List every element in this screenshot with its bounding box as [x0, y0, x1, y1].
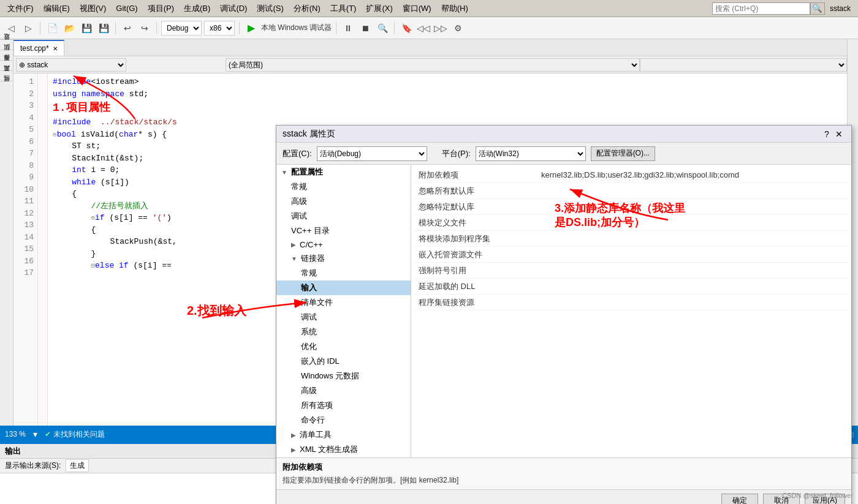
prop-name-force-symbol: 强制符号引用	[414, 265, 536, 276]
menu-window[interactable]: 窗口(W)	[398, 1, 436, 16]
properties-dialog: sstack 属性页 ? ✕ 配置(C): 活动(Debug) 平台(P): 活…	[276, 125, 852, 504]
prop-name-module-def: 模块定义文件	[414, 217, 536, 228]
file-tabs: test.cpp* ✕	[13, 39, 847, 56]
tree-linker[interactable]: ▼链接器	[276, 251, 411, 266]
next-button[interactable]: ▷▷	[433, 21, 448, 36]
editor-selector-right	[640, 58, 847, 72]
open-button[interactable]: 📂	[62, 21, 77, 36]
member-select[interactable]	[640, 58, 847, 72]
tree-cpp[interactable]: ▶C/C++	[276, 238, 411, 251]
save-button[interactable]: 💾	[79, 21, 94, 36]
sidebar-tab-toolbox[interactable]: 工具箱	[0, 70, 13, 81]
undo-button[interactable]: ↩	[120, 21, 135, 36]
editor-toolbar: ⊕ sstack (全局范围)	[13, 56, 847, 73]
ok-button[interactable]: 确定	[721, 494, 758, 505]
sep4	[239, 22, 240, 34]
menu-project[interactable]: 项目(P)	[143, 1, 179, 16]
tree-general[interactable]: 常规	[276, 179, 411, 194]
watermark: CSDN @skeet_follower	[782, 492, 853, 499]
prop-force-symbol: 强制符号引用	[414, 263, 849, 279]
tree-manifest-tool[interactable]: ▶清单工具	[276, 427, 411, 442]
prop-name-add-assembly: 将模块添加到程序集	[414, 233, 536, 244]
tree-linker-input[interactable]: 输入	[276, 280, 411, 295]
forward-button[interactable]: ▷	[21, 21, 36, 36]
sidebar-tab-server[interactable]: 服务器	[0, 60, 13, 70]
tree-manifest-file[interactable]: 清单文件	[276, 295, 411, 310]
zoom-dropdown[interactable]: ▾	[33, 429, 37, 439]
sep3	[156, 22, 157, 34]
prev-button[interactable]: ◁◁	[416, 21, 431, 36]
platform-select[interactable]: x86	[204, 21, 235, 36]
menu-analyze[interactable]: 分析(N)	[289, 1, 325, 16]
search-box: 🔍 sstack	[712, 2, 856, 15]
tree-idl[interactable]: 嵌入的 IDL	[276, 354, 411, 369]
tree-optimize[interactable]: 优化	[276, 339, 411, 354]
prop-name-deps: 附加依赖项	[414, 170, 536, 181]
menu-build[interactable]: 生成(B)	[179, 1, 215, 16]
sidebar-tab-team[interactable]: 团队	[0, 50, 13, 60]
file-tab-close[interactable]: ✕	[53, 45, 58, 52]
menu-edit[interactable]: 编辑(E)	[39, 1, 75, 16]
menu-test[interactable]: 测试(S)	[252, 1, 288, 16]
tree-browse[interactable]: 浏览信息	[276, 457, 411, 457]
menu-help[interactable]: 帮助(H)	[436, 1, 473, 16]
save-all-button[interactable]: 💾	[96, 21, 111, 36]
issue-icon: ✔	[45, 430, 51, 438]
menu-file[interactable]: 文件(F)	[2, 1, 39, 16]
issue-text: 未找到相关问题	[53, 429, 105, 440]
class-select[interactable]: ⊕ sstack	[16, 58, 126, 72]
debug-config-select[interactable]: Debug	[161, 21, 202, 36]
config-manager-button[interactable]: 配置管理器(O)...	[591, 146, 655, 161]
search-button[interactable]: 🔍	[810, 2, 825, 15]
tree-system[interactable]: 系统	[276, 325, 411, 339]
dialog-titlebar: sstack 属性页 ? ✕	[276, 126, 851, 143]
settings-button[interactable]: ⚙	[450, 21, 465, 36]
dialog-close-button[interactable]: ✕	[833, 128, 845, 140]
sidebar-tab-recent[interactable]: 最近	[0, 39, 13, 50]
sidebar-tab-props[interactable]: 属性	[0, 81, 13, 91]
line-numbers: 12345 678910 1112131415 1617	[13, 73, 38, 426]
restart-button[interactable]: 🔍	[375, 21, 390, 36]
file-tab-test-cpp[interactable]: test.cpp* ✕	[13, 40, 64, 56]
desc-title: 附加依赖项	[283, 462, 845, 473]
prop-delay-dll: 延迟加载的 DLL	[414, 279, 849, 295]
dialog-title: sstack 属性页	[283, 129, 821, 140]
tree-linker-advanced[interactable]: 高级	[276, 383, 411, 398]
prop-value-deps: kernel32.lib;DS.lib;user32.lib;gdi32.lib…	[536, 170, 849, 179]
platform-select-dialog[interactable]: 活动(Win32)	[476, 146, 586, 161]
tree-advanced[interactable]: 高级	[276, 194, 411, 209]
tree-cmdline[interactable]: 命令行	[276, 413, 411, 427]
menu-extensions[interactable]: 扩展(X)	[361, 1, 397, 16]
tree-linker-debug[interactable]: 调试	[276, 310, 411, 325]
redo-button[interactable]: ↪	[137, 21, 152, 36]
editor-selector-left: ⊕ sstack	[13, 58, 226, 72]
config-select[interactable]: 活动(Debug)	[317, 146, 427, 161]
tree-all-options[interactable]: 所有选项	[276, 398, 411, 413]
new-button[interactable]: 📄	[45, 21, 59, 36]
menu-git[interactable]: Git(G)	[111, 2, 142, 15]
xml-expand-icon: ▶	[291, 446, 296, 453]
scope-select[interactable]: (全局范围)	[226, 58, 640, 72]
tree-xml-gen[interactable]: ▶XML 文档生成器	[276, 442, 411, 457]
bookmark-button[interactable]: 🔖	[399, 21, 414, 36]
tree-config-props[interactable]: ▼配置属性	[276, 165, 411, 179]
dialog-help-button[interactable]: ?	[821, 128, 833, 140]
tree-winmeta[interactable]: Windows 元数据	[276, 369, 411, 383]
tree-linker-general[interactable]: 常规	[276, 266, 411, 280]
zoom-level: 133 %	[5, 430, 26, 438]
tree-vc-dirs[interactable]: VC++ 目录	[276, 224, 411, 238]
run-button[interactable]: ▶	[244, 21, 259, 36]
back-button[interactable]: ◁	[4, 21, 18, 36]
step-button[interactable]: ⏹	[358, 21, 373, 36]
annotation2-label: 2.找到输入	[187, 303, 246, 319]
output-source-label: 显示输出来源(S):	[5, 461, 61, 471]
menu-debug[interactable]: 调试(D)	[215, 1, 252, 16]
sep5	[336, 22, 336, 34]
menu-view[interactable]: 视图(V)	[75, 1, 111, 16]
annotation3-label: 3.添加静态库名称（我这里 是DS.lib;加分号）	[555, 201, 685, 230]
menu-tools[interactable]: 工具(T)	[325, 1, 362, 16]
dialog-config-row: 配置(C): 活动(Debug) 平台(P): 活动(Win32) 配置管理器(…	[276, 143, 851, 165]
tree-debug[interactable]: 调试	[276, 209, 411, 224]
search-input[interactable]	[712, 2, 810, 15]
attach-button[interactable]: ⏸	[341, 21, 355, 36]
